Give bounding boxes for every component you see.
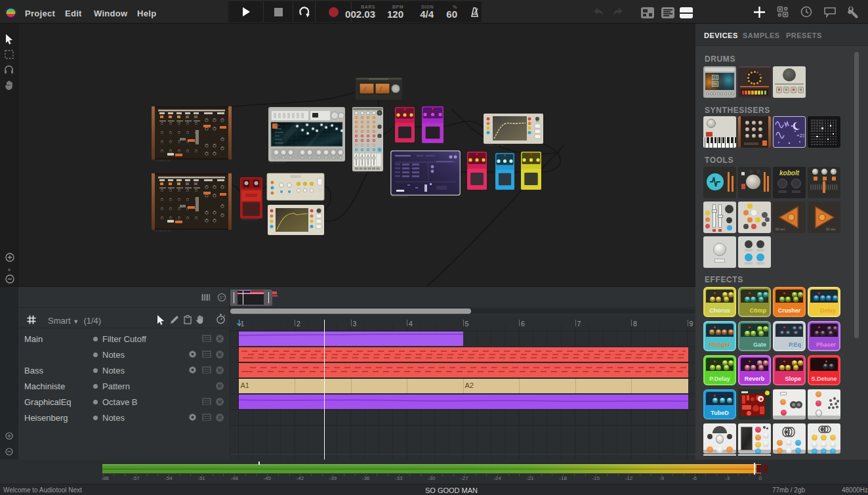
svg-text:+23: +23: [796, 133, 804, 139]
svg-text:PULSARATOR: PULSARATOR: [153, 159, 171, 162]
svg-text:GRAPHICAL EQ: GRAPHICAL EQ: [485, 143, 505, 146]
svg-text:60 sec: 60 sec: [775, 227, 785, 231]
svg-text:MACHINISTE: MACHINISTE: [270, 161, 286, 164]
svg-text:3D: 3D: [535, 119, 539, 123]
svg-text:HEISENBERG: HEISENBERG: [391, 195, 408, 198]
svg-text:PULSARATOR: PULSARATOR: [153, 229, 171, 232]
svg-text:60 sec: 60 sec: [826, 227, 836, 231]
svg-text:SUPERNOVA: SUPERNOVA: [241, 218, 258, 221]
svg-text:CENTROID: CENTROID: [354, 171, 367, 174]
